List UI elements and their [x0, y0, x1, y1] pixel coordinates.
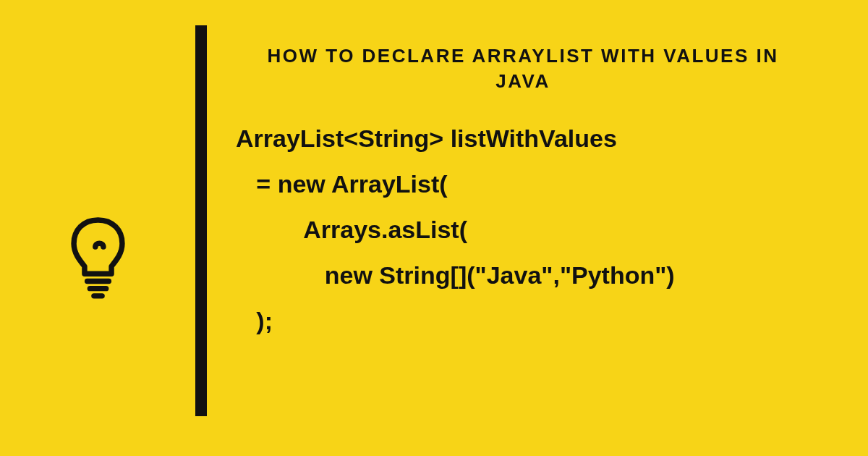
main-container: HOW TO DECLARE ARRAYLIST WITH VALUES IN …: [0, 0, 868, 456]
page-title: HOW TO DECLARE ARRAYLIST WITH VALUES IN …: [236, 43, 839, 94]
code-line-3: Arrays.asList(: [236, 216, 467, 243]
code-snippet: ArrayList<String> listWithValues = new A…: [236, 116, 839, 343]
code-line-2: = new ArrayList(: [236, 170, 448, 198]
lightbulb-icon: [64, 210, 132, 304]
left-icon-section: [0, 0, 195, 456]
code-line-4: new String[]("Java","Python"): [236, 261, 675, 289]
content-section: HOW TO DECLARE ARRAYLIST WITH VALUES IN …: [207, 0, 868, 456]
code-line-5: );: [236, 307, 273, 334]
vertical-divider: [195, 25, 207, 416]
code-line-1: ArrayList<String> listWithValues: [236, 124, 617, 152]
